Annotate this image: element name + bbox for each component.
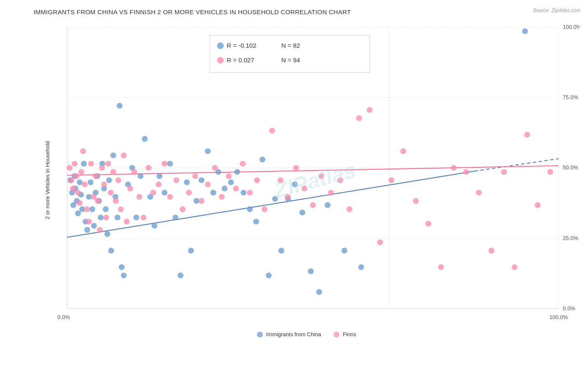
dot	[425, 221, 431, 227]
dot	[115, 177, 121, 183]
dot	[346, 206, 352, 212]
dot	[95, 198, 101, 204]
x-tick-0: 0.0%	[57, 314, 70, 320]
legend-item-china: Immigrants from China	[257, 331, 321, 337]
dot	[161, 190, 167, 196]
dot	[101, 181, 107, 187]
chart-area: 2 or more Vehicles in Household ZIPatlas…	[33, 19, 580, 342]
dot	[228, 179, 234, 185]
legend-finns-circle	[334, 332, 340, 337]
legend-finns-label: Finns	[343, 331, 356, 337]
dot	[88, 179, 94, 185]
legend-finn-dot	[217, 57, 224, 64]
dot	[222, 186, 228, 192]
dot	[118, 206, 124, 212]
dot	[194, 198, 199, 204]
dot	[68, 177, 74, 183]
dot	[108, 190, 114, 196]
dot	[73, 173, 79, 179]
dot	[184, 179, 190, 185]
y-axis-label: 2 or more Vehicles in Household	[44, 141, 51, 219]
chart-title: IMMIGRANTS FROM CHINA VS FINNISH 2 OR MO…	[33, 8, 580, 15]
y-tick-100: 100.0%	[563, 24, 580, 30]
dot	[151, 223, 157, 229]
dot	[262, 206, 268, 212]
dot	[98, 215, 104, 220]
legend-china-dot	[217, 42, 224, 49]
legend-finn-n: N = 94	[281, 56, 300, 64]
legend-china-n: N = 82	[281, 42, 300, 49]
dot	[133, 215, 139, 220]
dot	[138, 173, 143, 179]
dot	[131, 169, 137, 175]
dot	[310, 202, 316, 208]
dot	[150, 190, 156, 196]
dot	[367, 107, 373, 113]
dot	[259, 157, 265, 163]
dot	[121, 153, 127, 158]
dot	[535, 202, 541, 208]
legend-item-finns: Finns	[334, 331, 356, 337]
dot	[105, 231, 110, 237]
dot	[233, 186, 239, 192]
dot	[86, 219, 92, 225]
dot	[117, 103, 123, 109]
dot	[110, 153, 116, 158]
dot	[254, 177, 260, 183]
dot	[212, 165, 218, 171]
dot	[146, 165, 151, 171]
y-tick-25: 25.0%	[563, 235, 578, 241]
dot	[328, 190, 334, 196]
dot	[389, 177, 394, 183]
dot	[547, 169, 553, 175]
dot	[81, 161, 87, 166]
dot	[199, 198, 205, 204]
legend-china-label: Immigrants from China	[266, 331, 321, 337]
dot	[121, 273, 127, 278]
y-tick-0: 0.0%	[563, 305, 575, 312]
dot	[522, 28, 528, 34]
dot	[325, 202, 330, 208]
dot	[93, 173, 99, 179]
dot	[115, 215, 120, 220]
dot	[292, 181, 298, 187]
dot	[511, 264, 517, 270]
dot	[127, 186, 133, 192]
dot	[476, 190, 482, 196]
dot	[302, 186, 307, 192]
dot	[488, 248, 494, 253]
dot	[91, 223, 97, 229]
dot	[358, 264, 364, 270]
dot	[234, 169, 240, 175]
dot	[75, 210, 81, 216]
y-tick-75: 75.0%	[563, 94, 578, 100]
dot	[205, 148, 211, 154]
x-tick-100: 100.0%	[550, 314, 568, 320]
dot	[142, 136, 148, 142]
dot	[91, 194, 97, 200]
dot	[316, 289, 322, 295]
dot	[70, 186, 76, 192]
dot	[103, 215, 109, 220]
dot	[78, 169, 84, 175]
dot	[279, 248, 284, 253]
dot	[174, 177, 179, 183]
dot	[99, 165, 105, 171]
dot	[240, 190, 246, 196]
dot	[167, 194, 173, 200]
dot	[266, 273, 272, 278]
dot	[84, 227, 90, 233]
dot	[75, 190, 81, 196]
dot	[66, 165, 72, 171]
dot	[124, 219, 130, 225]
dot	[97, 227, 103, 233]
dot	[272, 196, 278, 202]
dot	[400, 148, 406, 154]
dot	[451, 165, 457, 171]
legend-box	[210, 36, 370, 73]
dot	[247, 206, 253, 212]
dot	[226, 173, 232, 179]
dot	[103, 206, 109, 212]
dot	[285, 194, 291, 200]
trend-line-china-dash	[475, 159, 559, 171]
